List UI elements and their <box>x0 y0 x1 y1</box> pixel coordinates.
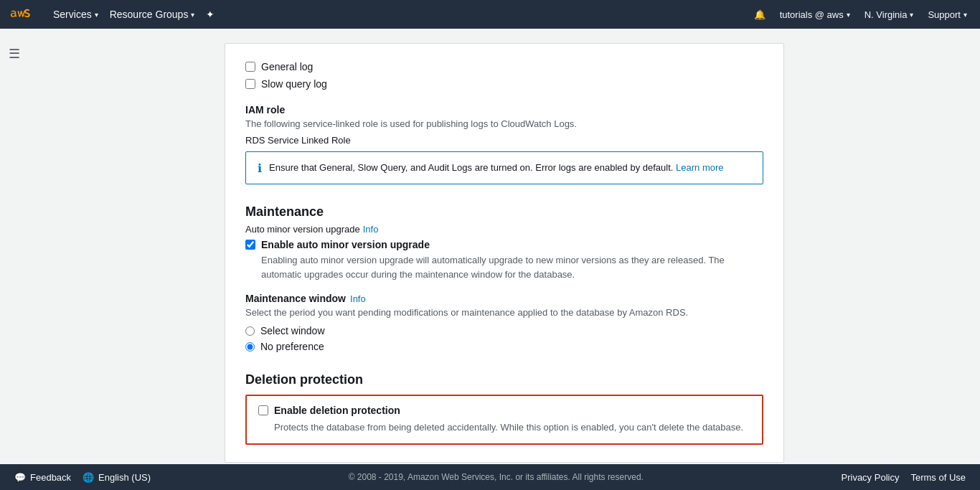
user-chevron: ▾ <box>847 11 850 19</box>
bell-icon: 🔔 <box>754 9 765 20</box>
maintenance-window-info-link[interactable]: Info <box>350 293 366 304</box>
footer-right: Privacy Policy Terms of Use <box>842 472 966 483</box>
iam-info-text: Ensure that General, Slow Query, and Aud… <box>269 161 724 175</box>
auto-upgrade-desc: Enabling auto minor version upgrade will… <box>261 253 763 281</box>
iam-role-name: RDS Service Linked Role <box>245 135 763 146</box>
region-chevron: ▾ <box>910 11 913 19</box>
info-circle-icon: ℹ <box>258 161 262 175</box>
select-window-radio[interactable] <box>245 326 255 336</box>
deletion-desc: Protects the database from being deleted… <box>274 420 750 435</box>
bookmark-icon: ✦ <box>206 9 215 20</box>
maintenance-title: Maintenance <box>245 204 763 220</box>
iam-info-message: Ensure that General, Slow Query, and Aud… <box>269 162 673 173</box>
terms-of-use-link[interactable]: Terms of Use <box>910 472 966 483</box>
feedback-button[interactable]: 💬 Feedback <box>14 472 71 483</box>
iam-role-desc: The following service-linked role is use… <box>245 118 763 129</box>
auto-upgrade-label: Enable auto minor version upgrade <box>261 239 430 250</box>
no-preference-label: No preference <box>260 341 324 352</box>
top-navigation: Services ▾ Resource Groups ▾ ✦ 🔔 tutoria… <box>0 0 980 29</box>
auto-upgrade-row: Enable auto minor version upgrade <box>245 239 763 250</box>
auto-minor-label: Auto minor version upgrade <box>245 224 360 235</box>
auto-upgrade-checkbox[interactable] <box>245 240 255 250</box>
auto-minor-info-link[interactable]: Info <box>363 224 379 235</box>
notifications-nav[interactable]: 🔔 <box>748 0 771 29</box>
footer-left: 💬 Feedback 🌐 English (US) <box>14 472 151 483</box>
iam-info-box: ℹ Ensure that General, Slow Query, and A… <box>245 151 763 184</box>
general-log-label: General log <box>261 61 313 72</box>
general-log-row: General log <box>245 61 763 72</box>
chat-icon: 💬 <box>14 472 26 483</box>
footer: 💬 Feedback 🌐 English (US) © 2008 - 2019,… <box>0 464 980 490</box>
deletion-checkbox-row: Enable deletion protection <box>258 405 750 416</box>
aws-logo[interactable] <box>7 4 36 24</box>
deletion-title: Deletion protection <box>245 372 763 387</box>
user-label: tutorials @ aws <box>780 9 844 20</box>
support-nav[interactable]: Support ▾ <box>922 0 973 29</box>
services-chevron: ▾ <box>95 11 98 19</box>
privacy-policy-link[interactable]: Privacy Policy <box>842 472 900 483</box>
content-area: General log Slow query log IAM role The … <box>29 29 980 490</box>
resource-groups-label: Resource Groups <box>110 9 189 20</box>
language-label: English (US) <box>98 472 151 483</box>
user-nav[interactable]: tutorials @ aws ▾ <box>774 0 856 29</box>
deletion-checkbox-label: Enable deletion protection <box>274 405 400 416</box>
no-preference-row: No preference <box>245 341 763 352</box>
feedback-label: Feedback <box>30 472 71 483</box>
support-label: Support <box>928 9 961 20</box>
iam-role-title: IAM role <box>245 104 763 116</box>
general-log-checkbox[interactable] <box>245 62 255 72</box>
maintenance-window-row: Maintenance window Info <box>245 293 763 304</box>
services-label: Services <box>53 9 92 20</box>
resource-groups-nav[interactable]: Resource Groups ▾ <box>104 0 201 29</box>
hamburger-icon: ☰ <box>9 46 20 62</box>
select-window-row: Select window <box>245 325 763 336</box>
auto-minor-header: Auto minor version upgrade Info <box>245 224 763 235</box>
region-label: N. Virginia <box>864 9 908 20</box>
language-selector[interactable]: 🌐 English (US) <box>83 472 151 483</box>
support-chevron: ▾ <box>963 11 967 19</box>
slow-query-log-checkbox[interactable] <box>245 79 255 89</box>
resource-groups-chevron: ▾ <box>191 11 194 19</box>
maintenance-window-desc: Select the period you want pending modif… <box>245 307 763 318</box>
learn-more-link[interactable]: Learn more <box>676 162 723 173</box>
deletion-box: Enable deletion protection Protects the … <box>245 395 763 445</box>
no-preference-radio[interactable] <box>245 342 255 352</box>
services-nav[interactable]: Services ▾ <box>47 0 104 29</box>
slow-query-log-row: Slow query log <box>245 78 763 90</box>
nav-right: 🔔 tutorials @ aws ▾ N. Virginia ▾ Suppor… <box>748 0 973 29</box>
maintenance-window-title: Maintenance window <box>245 293 346 304</box>
main-wrapper: General log Slow query log IAM role The … <box>0 29 980 490</box>
sidebar-toggle[interactable]: ☰ <box>0 39 29 68</box>
footer-copyright: © 2008 - 2019, Amazon Web Services, Inc.… <box>151 472 841 482</box>
region-nav[interactable]: N. Virginia ▾ <box>859 0 920 29</box>
deletion-protection-checkbox[interactable] <box>258 405 268 415</box>
globe-icon: 🌐 <box>83 472 94 483</box>
bookmark-nav[interactable]: ✦ <box>200 0 220 29</box>
content-panel: General log Slow query log IAM role The … <box>225 43 784 463</box>
slow-query-log-label: Slow query log <box>261 78 327 90</box>
select-window-label: Select window <box>260 325 325 336</box>
